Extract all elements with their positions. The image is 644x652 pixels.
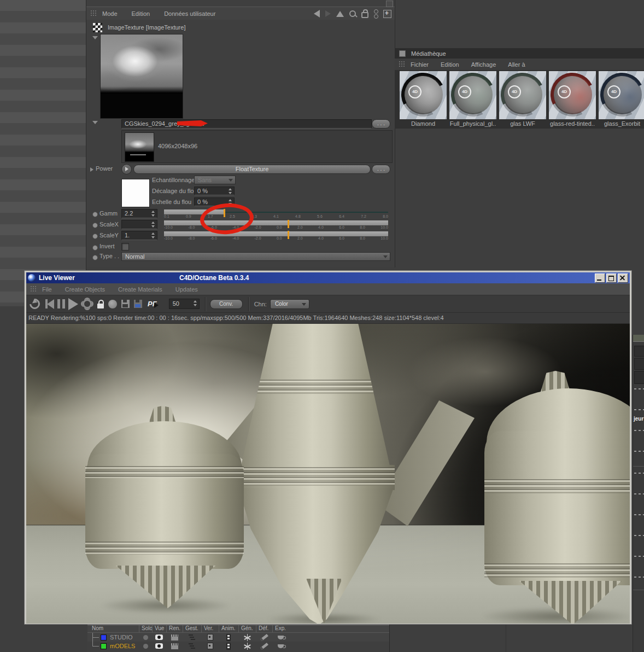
add-icon[interactable]: [383, 10, 391, 18]
render-clapper-icon[interactable]: [171, 634, 178, 641]
menu-item[interactable]: Updates: [175, 286, 198, 293]
material-preview[interactable]: 4D: [499, 71, 546, 119]
stepper-icon[interactable]: [194, 300, 197, 306]
gamma-field[interactable]: 2.2: [121, 209, 157, 218]
gamma-slider[interactable]: 0.10.91.72.53.34.14.85.66.47.28.0: [164, 209, 388, 220]
visibility-eye-icon[interactable]: [155, 634, 163, 640]
material-tile[interactable]: 4D glas LWF: [499, 71, 546, 129]
column-header[interactable]: Ren.: [166, 625, 183, 632]
grip-icon[interactable]: [30, 286, 37, 293]
live-viewer-titlebar[interactable]: Live Viewer C4D/Octane Beta 0.3.4: [26, 272, 630, 283]
grip-icon[interactable]: [399, 61, 406, 68]
texture-thumbnail[interactable]: [125, 132, 154, 162]
menu-item[interactable]: Edition: [441, 61, 459, 68]
expression-cup-icon[interactable]: [278, 644, 284, 648]
minimize-button[interactable]: [595, 273, 605, 283]
column-header[interactable]: Exp.: [272, 625, 289, 632]
layer-color-swatch[interactable]: [101, 634, 107, 641]
collapse-icon[interactable]: [92, 36, 98, 39]
column-header[interactable]: Déf.: [256, 625, 272, 632]
stepper-icon[interactable]: [229, 188, 232, 194]
generator-axes-icon[interactable]: [244, 634, 251, 641]
material-tile[interactable]: 4D Full_physical_gl..: [449, 71, 496, 129]
mediatheque-titlebar[interactable]: Médiathèque: [395, 48, 644, 59]
convert-button[interactable]: Conv.: [210, 299, 243, 309]
deformer-pencil-icon[interactable]: [260, 633, 268, 641]
type-dot-icon[interactable]: [92, 255, 98, 260]
color-swatch[interactable]: [121, 179, 150, 207]
column-header[interactable]: Solo: [139, 625, 152, 632]
menu-item[interactable]: Edition: [132, 10, 150, 17]
column-header[interactable]: Gén.: [238, 625, 256, 632]
column-header[interactable]: Ver.: [201, 625, 219, 632]
material-preview[interactable]: 4D: [400, 71, 447, 119]
restart-render-icon[interactable]: [27, 296, 42, 311]
manager-hierarchy-icon[interactable]: [189, 634, 195, 640]
object-row[interactable]: mODELS: [87, 642, 389, 650]
lock-state-icon[interactable]: [207, 634, 213, 641]
sampling-dropdown[interactable]: Sans: [194, 176, 236, 184]
menu-item[interactable]: Create Objects: [65, 286, 105, 293]
save-octane-icon[interactable]: [134, 300, 142, 308]
column-header[interactable]: Anim.: [219, 625, 238, 632]
scalex-dot-icon[interactable]: [92, 223, 98, 228]
pf-export-icon[interactable]: PF: [148, 300, 157, 308]
gamma-dot-icon[interactable]: [92, 212, 98, 217]
material-tile[interactable]: 4D glass_Exorbit: [599, 71, 644, 129]
hdr-texture-preview[interactable]: [100, 34, 183, 119]
material-preview[interactable]: 4D: [549, 71, 596, 119]
pause-icon[interactable]: [57, 299, 65, 308]
history-icon[interactable]: [374, 9, 378, 18]
solo-dot-icon[interactable]: [143, 635, 148, 640]
collapse-icon[interactable]: [92, 121, 98, 124]
material-preview[interactable]: 4D: [599, 71, 644, 119]
menu-item[interactable]: Fichier: [411, 61, 429, 68]
browse-button[interactable]: . . .: [372, 165, 390, 174]
up-icon[interactable]: [336, 11, 344, 17]
samples-field[interactable]: 50: [169, 299, 200, 309]
menu-item[interactable]: Aller à: [508, 61, 525, 68]
scalex-field[interactable]: [121, 220, 157, 229]
back-icon[interactable]: [314, 10, 320, 18]
lock-icon[interactable]: [361, 12, 368, 18]
material-preview[interactable]: 4D: [449, 71, 496, 119]
menu-item[interactable]: Mode: [102, 10, 118, 17]
manager-hierarchy-icon[interactable]: [189, 643, 195, 649]
render-clapper-icon[interactable]: [171, 643, 178, 649]
object-row[interactable]: STUDIO: [87, 633, 389, 642]
panel-corner-widget[interactable]: [386, 1, 393, 7]
render-sphere-icon[interactable]: [108, 300, 117, 308]
filename-field[interactable]: CGSkies_0294_grey_light.hdr: [121, 119, 372, 129]
gear-icon[interactable]: [83, 299, 92, 308]
maximize-button[interactable]: [606, 273, 617, 283]
step-back-icon[interactable]: [45, 299, 48, 308]
visibility-eye-icon[interactable]: [155, 643, 163, 649]
render-viewport[interactable]: [26, 324, 630, 624]
lock-state-icon[interactable]: [207, 643, 213, 649]
expression-cup-icon[interactable]: [278, 636, 284, 639]
blur-offset-field[interactable]: 0 %: [194, 187, 235, 195]
menu-item[interactable]: File: [42, 286, 52, 293]
invert-dot-icon[interactable]: [92, 245, 98, 251]
type-dropdown[interactable]: Normal: [121, 252, 390, 261]
column-header[interactable]: Vue: [152, 625, 166, 632]
search-icon[interactable]: [349, 10, 356, 17]
menu-item[interactable]: Create Materials: [118, 286, 162, 293]
column-header[interactable]: Gest.: [183, 625, 201, 632]
scaley-field[interactable]: 1.: [121, 231, 157, 240]
float-texture-button[interactable]: FloatTexture: [133, 165, 371, 174]
object-name[interactable]: mODELS: [110, 643, 135, 649]
material-tile[interactable]: 4D glass-red-tinted..: [549, 71, 596, 129]
menu-item[interactable]: Données utilisateur: [164, 10, 215, 17]
object-name[interactable]: STUDIO: [110, 634, 133, 641]
browse-button[interactable]: . . .: [372, 119, 390, 129]
grip-icon[interactable]: [90, 10, 97, 17]
scaley-dot-icon[interactable]: [92, 234, 98, 239]
play-icon[interactable]: [68, 298, 78, 310]
deformer-pencil-icon[interactable]: [260, 642, 268, 649]
channel-dropdown[interactable]: Color: [270, 299, 309, 309]
scaley-slider[interactable]: -10.0-8.0-6.0-4.0-2.00.02.04.06.08.010.0: [164, 231, 388, 242]
menu-item[interactable]: Affichage: [471, 61, 496, 68]
solo-dot-icon[interactable]: [143, 644, 148, 649]
column-header[interactable]: Nom: [87, 625, 139, 632]
